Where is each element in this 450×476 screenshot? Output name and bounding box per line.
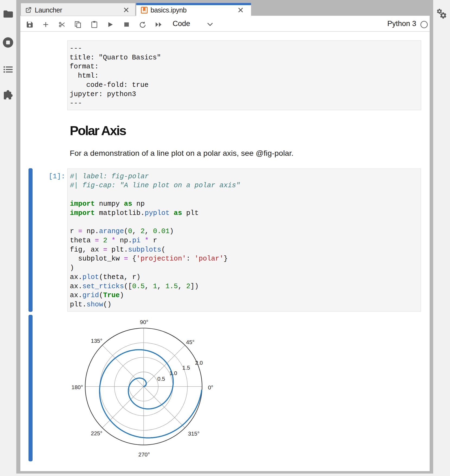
svg-text:1.0: 1.0 [169, 370, 177, 376]
svg-text:315°: 315° [188, 430, 199, 437]
svg-text:0.5: 0.5 [157, 376, 165, 382]
svg-text:270°: 270° [138, 451, 150, 458]
svg-text:45°: 45° [186, 339, 194, 345]
svg-text:2.0: 2.0 [195, 360, 203, 366]
svg-text:225°: 225° [91, 430, 102, 436]
svg-text:1.5: 1.5 [182, 364, 190, 371]
svg-text:90°: 90° [140, 319, 148, 325]
svg-text:180°: 180° [71, 384, 83, 390]
svg-text:135°: 135° [91, 338, 102, 344]
svg-text:0°: 0° [208, 384, 213, 391]
